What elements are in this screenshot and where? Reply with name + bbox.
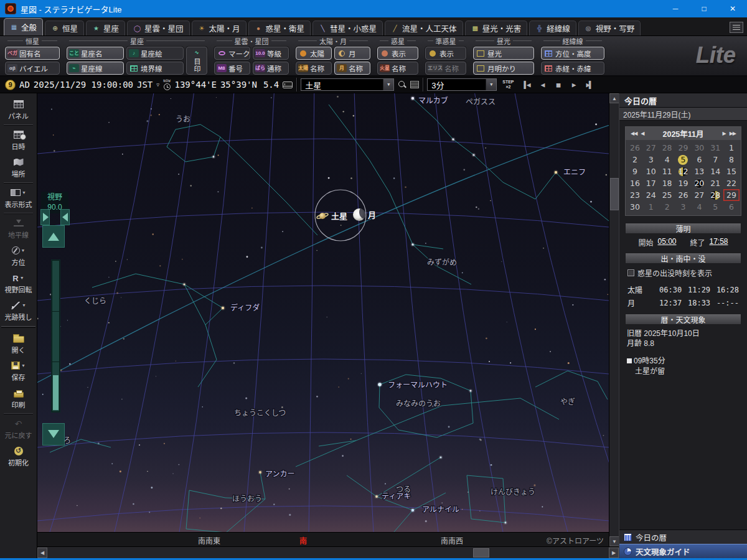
playback-back-button[interactable]: ◀ <box>535 78 551 91</box>
target-combo[interactable]: 土星 ▼ <box>301 78 394 91</box>
vertical-scroll-thumb[interactable] <box>610 178 619 210</box>
tab-nebulae[interactable]: ◯星雲・星団 <box>127 21 190 35</box>
fov-zoom-in-button[interactable] <box>42 225 65 248</box>
horizontal-scroll-thumb[interactable] <box>473 548 489 558</box>
calendar-day-2[interactable]: 2 <box>659 201 675 213</box>
calendar-day-26[interactable]: 26 <box>627 142 643 154</box>
calendar-day-27[interactable]: 27 <box>643 142 659 154</box>
calendar-day-28[interactable]: 28 <box>659 142 675 154</box>
bright-star[interactable] <box>259 471 261 474</box>
calendar-day-13[interactable]: 13 <box>691 166 707 177</box>
ribbon-button-方位・高度[interactable]: 方位・高度 <box>541 47 604 60</box>
scroll-down-button[interactable]: ▼ <box>609 536 619 546</box>
calendar-day-29[interactable]: 29 <box>723 189 740 201</box>
calendar-day-2[interactable]: 2 <box>627 154 643 166</box>
bright-star[interactable] <box>184 284 186 286</box>
tab-constellations[interactable]: ★星座 <box>86 21 125 35</box>
toolbar-item-方位[interactable]: ▼方位 <box>0 242 37 269</box>
bright-star[interactable] <box>505 522 507 524</box>
calendar-day-7[interactable]: 7 <box>707 154 723 166</box>
calendar-prev-year-button[interactable]: ◀◀ <box>629 131 639 136</box>
calendar-day-24[interactable]: 24 <box>643 189 659 201</box>
horizontal-scrollbar[interactable]: ◀ ▶ <box>37 546 619 558</box>
fov-zoom-out-button[interactable] <box>42 423 65 446</box>
ribbon-button-太陽[interactable]: 太陽 <box>296 47 332 60</box>
ribbon-button-目印[interactable]: ∿目印 <box>186 47 207 75</box>
calendar-day-3[interactable]: 3 <box>643 154 659 166</box>
calendar-day-27[interactable]: 27 <box>691 189 707 201</box>
playback-last-button[interactable]: ▶▌ <box>582 78 598 91</box>
calendar-day-11[interactable]: 11 <box>659 166 675 177</box>
fov-slider-handle-left[interactable] <box>40 209 50 225</box>
bright-star[interactable] <box>411 509 414 511</box>
vertical-scrollbar[interactable]: ▲ ▼ <box>609 93 619 546</box>
now-button[interactable]: NOW <box>163 79 171 90</box>
calendar-day-28[interactable]: 28 <box>707 189 723 201</box>
calendar-day-17[interactable]: 17 <box>643 177 659 189</box>
scroll-up-button[interactable]: ▲ <box>609 93 619 103</box>
calendar-day-4[interactable]: 4 <box>659 154 675 166</box>
tab-gridlines[interactable]: ╬経緯線 <box>529 21 576 35</box>
scroll-left-button[interactable]: ◀ <box>37 548 47 558</box>
ribbon-button-通称[interactable]: ばら通称 <box>253 62 289 75</box>
tab-comets[interactable]: ╲彗星・小惑星 <box>312 21 383 35</box>
bright-star[interactable] <box>411 97 415 100</box>
calendar-day-12[interactable]: 12 <box>675 166 692 177</box>
sidebar-tab-今日の暦[interactable]: 今日の暦 <box>619 530 747 544</box>
toolbar-item-場所[interactable]: 場所 <box>0 154 37 181</box>
calendar-day-31[interactable]: 31 <box>707 142 723 154</box>
twilight-end-time[interactable]: 17:58 <box>710 237 728 248</box>
calendar-next-year-button[interactable]: ▶▶ <box>728 131 738 136</box>
ribbon-button-バイエル[interactable]: αβバイエル <box>5 62 60 75</box>
calendar-day-30[interactable]: 30 <box>691 142 707 154</box>
object-list-icon[interactable] <box>410 81 419 88</box>
ribbon-button-等級[interactable]: 10.0等級 <box>253 47 289 60</box>
toolbar-item-保存[interactable]: ▼保存 <box>0 357 37 385</box>
scroll-right-button[interactable]: ▶ <box>609 548 619 558</box>
longitude-value[interactable]: 139°44'E <box>174 80 216 90</box>
toolbar-item-表示形式[interactable]: ▼表示形式 <box>0 184 37 212</box>
tab-planets[interactable]: ●惑星・衛星 <box>248 21 311 35</box>
ribbon-button-月[interactable]: 月 <box>334 47 370 60</box>
tab-stars[interactable]: ⊕恒星 <box>45 21 84 35</box>
planet-riseset-checkbox[interactable] <box>627 269 634 276</box>
toolbar-item-初期化[interactable]: 初期化 <box>0 442 37 470</box>
ribbon-button-星座線[interactable]: ⌁星座線 <box>67 62 124 75</box>
calendar-day-5[interactable]: 5 <box>675 154 692 166</box>
bright-star[interactable] <box>213 156 215 158</box>
calendar-day-1[interactable]: 1 <box>643 201 659 213</box>
bright-star[interactable] <box>452 138 454 140</box>
calendar-day-19[interactable]: 19 <box>675 177 692 189</box>
toolbar-item-光跡残し[interactable]: ▼光跡残し <box>0 297 37 324</box>
calendar-day-6[interactable]: 6 <box>723 201 740 213</box>
tab-fov[interactable]: ◎視野・写野 <box>578 21 641 35</box>
calendar-day-5[interactable]: 5 <box>707 201 723 213</box>
bright-star[interactable] <box>375 495 378 498</box>
playback-play-button[interactable]: ▶ <box>566 78 582 91</box>
ribbon-button-星座名[interactable]: こと星座名 <box>67 47 124 60</box>
target-combo-dropdown[interactable]: ▼ <box>383 79 393 90</box>
ribbon-button-赤経・赤緯[interactable]: 赤経・赤緯 <box>541 62 604 75</box>
sidebar-tab-天文現象ガイド[interactable]: 天文現象ガイド <box>619 544 747 558</box>
tab-meteors[interactable]: ╱流星・人工天体 <box>385 21 463 35</box>
calendar-day-15[interactable]: 15 <box>723 166 740 177</box>
toolbar-item-視野回転[interactable]: ▼視野回転 <box>0 269 37 297</box>
bright-star[interactable] <box>470 390 472 392</box>
ribbon-button-マーク[interactable]: マーク <box>214 47 250 60</box>
timezone-dropdown-icon[interactable]: ▽ <box>156 82 159 88</box>
ribbon-button-星座絵[interactable]: ♪星座絵 <box>126 47 184 60</box>
latitude-value[interactable]: 35°39'N <box>220 80 257 90</box>
fov-slider-handle-right[interactable] <box>60 209 70 225</box>
ribbon-menu-button[interactable] <box>730 22 743 33</box>
ribbon-button-固有名[interactable]: ベガ固有名 <box>5 47 60 60</box>
toolbar-item-日時[interactable]: 日時 <box>0 126 37 154</box>
time-step-combo[interactable]: 3分 ▼ <box>427 78 497 91</box>
twilight-start-time[interactable]: 05:00 <box>657 237 676 248</box>
bright-star[interactable] <box>472 154 474 156</box>
calendar-day-10[interactable]: 10 <box>643 166 659 177</box>
toolbar-item-開く[interactable]: 開く <box>0 330 37 357</box>
ribbon-button-表示[interactable]: 表示 <box>425 47 466 60</box>
calendar-day-20[interactable]: 20 <box>691 177 707 189</box>
ribbon-button-表示[interactable]: 表示 <box>377 47 418 60</box>
calendar-day-22[interactable]: 22 <box>723 177 740 189</box>
